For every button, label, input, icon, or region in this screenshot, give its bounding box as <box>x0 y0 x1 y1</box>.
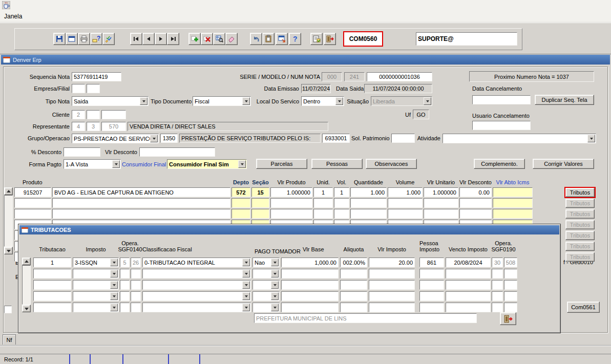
tax-scroll-up[interactable] <box>22 258 31 265</box>
chevron-down-icon[interactable] <box>110 270 118 277</box>
tributos-button[interactable]: Tributos <box>565 188 595 197</box>
tax-cell-opb[interactable]: 508 <box>504 258 517 267</box>
product-cell-code[interactable]: 915207 <box>14 187 51 197</box>
tax-cell-op1[interactable]: 5 <box>120 258 130 267</box>
product-cell-vabto[interactable] <box>493 187 533 197</box>
product-cell-unid[interactable]: 1 <box>313 187 333 197</box>
tax-cell-op2[interactable] <box>131 269 141 279</box>
tax-cell-opb[interactable] <box>504 303 517 312</box>
movements-button[interactable] <box>310 33 323 45</box>
tax-cell-tributacao[interactable] <box>33 303 71 312</box>
forma-pagto-select[interactable]: 1-A Vista <box>64 159 121 169</box>
data-emissao-field[interactable]: 11/07/2024 <box>301 84 331 93</box>
tax-cell-classif[interactable] <box>142 303 251 312</box>
chevron-down-icon[interactable] <box>140 97 148 105</box>
insert-record-button[interactable] <box>188 33 201 45</box>
chevron-down-icon[interactable] <box>242 281 250 289</box>
tax-cell-opb[interactable] <box>504 280 517 290</box>
product-cell-volume[interactable] <box>388 209 423 219</box>
chevron-down-icon[interactable] <box>150 135 158 142</box>
product-cell-vunit[interactable]: 1.000000 <box>424 187 458 197</box>
product-cell-name[interactable] <box>52 198 230 208</box>
product-cell-vdesc[interactable]: 0.00 <box>459 187 492 197</box>
chevron-down-icon[interactable] <box>242 259 250 266</box>
tax-cell-aliquota[interactable]: 002.00% <box>340 258 367 267</box>
cliente-field-2[interactable] <box>87 110 100 119</box>
tax-cell-pessoa[interactable]: 861 <box>419 258 444 267</box>
print-button[interactable] <box>78 33 90 45</box>
product-cell-depto[interactable] <box>231 209 250 219</box>
sequencia-nota-field[interactable]: 53776911419 <box>72 72 121 81</box>
product-scrollbar[interactable] <box>4 195 13 247</box>
last-record-button[interactable] <box>167 33 179 45</box>
tax-cell-opa[interactable] <box>492 269 503 279</box>
tax-cell-vbase[interactable] <box>281 269 339 279</box>
first-record-button[interactable] <box>130 33 142 45</box>
tax-cell-opa[interactable]: 30 <box>492 258 503 267</box>
tax-cell-vencto[interactable] <box>446 269 491 279</box>
representante-field-1[interactable]: 4 <box>72 122 85 131</box>
usuario-cancelamento-field[interactable] <box>472 121 531 130</box>
modelo-field[interactable]: 241 <box>344 72 365 81</box>
product-cell-vunit[interactable] <box>424 198 458 208</box>
atividade-select[interactable] <box>443 134 596 143</box>
operacao-numero-field[interactable]: 6933001 <box>322 134 350 143</box>
representante-field-2[interactable]: 3 <box>87 122 100 131</box>
prev-record-button[interactable] <box>142 33 155 45</box>
tax-cell-vimposto[interactable] <box>369 291 415 301</box>
product-cell-secao[interactable]: 15 <box>251 187 269 197</box>
tax-cell-vbase[interactable]: 1,000.00 <box>281 258 339 267</box>
window-button[interactable] <box>66 33 78 45</box>
tax-cell-vimposto[interactable] <box>369 280 415 290</box>
tax-cell-tributacao[interactable]: 1 <box>33 258 71 267</box>
checkbox[interactable] <box>4 306 12 313</box>
product-cell-vol[interactable]: 1 <box>334 187 349 197</box>
tax-cell-classif[interactable] <box>142 291 251 301</box>
pct-desconto-field[interactable] <box>64 147 100 157</box>
local-servico-select[interactable]: Dentro <box>301 96 344 106</box>
product-cell-vabto[interactable] <box>493 209 533 219</box>
product-cell-depto[interactable]: 572 <box>231 187 250 197</box>
duplicar-seq-tela-button[interactable]: Duplicar Seq. Tela <box>535 95 594 105</box>
tributos-button[interactable]: Tributos <box>565 231 595 240</box>
chevron-down-icon[interactable] <box>110 259 118 266</box>
representante-field-3[interactable]: 570 <box>101 122 126 131</box>
tax-cell-pessoa[interactable] <box>419 291 444 301</box>
chevron-down-icon[interactable] <box>271 281 279 289</box>
product-scroll-down[interactable] <box>4 247 13 254</box>
chevron-down-icon[interactable] <box>242 304 250 311</box>
chevron-down-icon[interactable] <box>271 270 279 277</box>
corrigir-valores-button[interactable]: Corrigir Valores <box>533 159 594 169</box>
tax-cell-vencto[interactable] <box>446 291 491 301</box>
query-button[interactable] <box>213 33 225 45</box>
chevron-down-icon[interactable] <box>587 135 595 142</box>
undo-button[interactable] <box>250 33 262 45</box>
tax-cell-pessoa[interactable] <box>419 269 444 279</box>
filial-field[interactable] <box>87 84 100 93</box>
tributos-button[interactable]: Tributos <box>565 252 595 262</box>
tax-cell-vencto[interactable]: 20/08/2024 <box>446 258 491 267</box>
com0561-button[interactable]: Com0561 <box>567 302 600 313</box>
data-cancelamento-field[interactable] <box>472 95 531 104</box>
parcelas-button[interactable]: Parcelas <box>256 159 307 169</box>
tax-cell-imposto[interactable] <box>73 280 119 290</box>
tax-cell-vencto[interactable] <box>446 280 491 290</box>
observacoes-button[interactable]: Observacoes <box>366 159 417 169</box>
product-scroll-up[interactable] <box>4 187 13 195</box>
tax-scrollbar[interactable] <box>22 265 31 305</box>
tax-cell-op2[interactable] <box>131 303 141 312</box>
tax-cell-aliquota[interactable] <box>340 291 367 301</box>
product-cell-qtd[interactable]: 1.000 <box>350 187 387 197</box>
product-cell-qtd[interactable] <box>350 209 387 219</box>
tax-cell-pessoa[interactable] <box>419 280 444 290</box>
tax-cell-aliquota[interactable] <box>340 303 367 312</box>
tax-cell-op1[interactable] <box>120 269 130 279</box>
chevron-down-icon[interactable] <box>112 160 120 168</box>
chevron-down-icon[interactable] <box>242 292 250 300</box>
sol-patrimonio-field[interactable] <box>391 134 415 143</box>
product-cell-vdesc[interactable] <box>459 209 492 219</box>
tax-cell-vimposto[interactable]: 20.00 <box>369 258 415 267</box>
tributos-button[interactable]: Tributos <box>565 220 595 229</box>
product-cell-depto[interactable] <box>231 198 250 208</box>
field-help-button[interactable]: ? <box>90 33 102 45</box>
